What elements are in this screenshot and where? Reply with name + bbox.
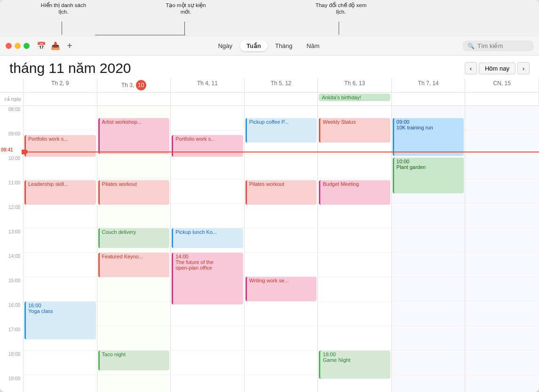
current-time-line-0 xyxy=(24,152,97,152)
event-featured-keynote[interactable]: Featured Keyno... xyxy=(98,253,170,277)
annotation-2: Tạo một sự kiện mới. xyxy=(160,2,212,15)
day-header-4: Th 6, 13 xyxy=(318,78,392,92)
current-time-label: 09:41 xyxy=(1,147,13,152)
time-label-13: 13:00 xyxy=(0,228,24,253)
allday-event-birthday[interactable]: Ankita's birthday! xyxy=(319,94,390,101)
event-artist-workshop[interactable]: Artist workshop... xyxy=(98,118,170,154)
day-col-6[interactable] xyxy=(465,106,539,392)
toolbar: 📅 📥 + Ngày Tuần Tháng Năm 🔍 xyxy=(0,37,539,56)
nav-controls: ‹ Hôm nay › xyxy=(465,62,530,74)
event-future-office[interactable]: 14:00The future of theopen-plan office xyxy=(172,253,243,304)
prev-button[interactable]: ‹ xyxy=(465,62,477,74)
allday-row: cả ngày Ankita's birthday! xyxy=(0,93,539,106)
maximize-button[interactable] xyxy=(24,43,30,49)
day-col-5[interactable]: 09:0010K training run 10:00Plant garden xyxy=(392,106,466,392)
time-label-14: 14:00 xyxy=(0,253,24,277)
event-pilates-thu[interactable]: Pilates workout xyxy=(246,180,317,205)
ann-line-3 xyxy=(339,22,339,35)
day-headers: Th 2, 9 Th 3, 10 Th 4, 11 Th 5, 12 Th 6,… xyxy=(0,78,539,93)
time-grid-container[interactable]: 08:00 09:00 10:00 11:00 12:00 13:00 14:0… xyxy=(0,106,539,392)
search-box[interactable]: 🔍 xyxy=(463,40,533,51)
add-event-button[interactable]: + xyxy=(64,41,75,51)
event-game-night[interactable]: 18:00Game Night xyxy=(319,351,390,379)
view-day[interactable]: Ngày xyxy=(212,40,239,51)
time-label-8: 08:00 xyxy=(0,106,24,130)
allday-label: cả ngày xyxy=(0,93,24,105)
month-header: tháng 11 năm 2020 ‹ Hôm nay › xyxy=(0,56,539,78)
event-couch-delivery[interactable]: Couch delivery xyxy=(98,228,170,248)
day-col-2[interactable]: Portfolio work s... Pickup lunch Ko... 1… xyxy=(171,106,245,392)
view-year[interactable]: Năm xyxy=(300,40,326,51)
time-label-11: 11:00 xyxy=(0,179,24,204)
event-10k-run[interactable]: 09:0010K training run xyxy=(393,118,464,156)
traffic-lights xyxy=(6,43,30,49)
view-week[interactable]: Tuần xyxy=(240,40,268,51)
time-label-19: 19:00 xyxy=(0,375,24,392)
allday-cell-4: Ankita's birthday! xyxy=(318,93,392,105)
event-portfolio-mon[interactable]: Portfolio work s... xyxy=(24,135,96,157)
time-label-15: 15:00 xyxy=(0,277,24,302)
allday-cell-3 xyxy=(245,93,318,105)
allday-cell-0 xyxy=(24,93,97,105)
search-icon: 🔍 xyxy=(468,43,475,49)
day-col-1[interactable]: Artist workshop... Pilates workout Couch… xyxy=(97,106,171,392)
time-label-18: 18:00 xyxy=(0,351,24,375)
close-button[interactable] xyxy=(6,43,12,49)
event-plant-garden[interactable]: 10:00Plant garden xyxy=(393,158,464,193)
event-pickup-lunch[interactable]: Pickup lunch Ko... xyxy=(172,228,243,248)
ann-line-1 xyxy=(62,22,62,35)
time-label-10: 10:00 xyxy=(0,155,24,179)
event-budget-meeting[interactable]: Budget Meeting xyxy=(319,180,390,205)
day-header-1: Th 3, 10 xyxy=(97,78,171,92)
allday-cell-2 xyxy=(171,93,245,105)
event-yoga[interactable]: 16:00Yoga class xyxy=(24,302,96,339)
event-pickup-coffee[interactable]: Pickup coffee P... xyxy=(246,118,317,143)
annotation-1: Hiển thị danh sách lịch. xyxy=(38,2,89,15)
annotation-3: Thay đổi chế độ xem lịch. xyxy=(310,2,372,15)
month-title: tháng 11 năm 2020 xyxy=(9,60,131,76)
view-month[interactable]: Tháng xyxy=(269,40,299,51)
event-pilates-tue[interactable]: Pilates workout xyxy=(98,180,170,205)
event-taco-night[interactable]: Taco night xyxy=(98,351,170,370)
view-switcher: Ngày Tuần Tháng Năm xyxy=(79,40,459,51)
day-col-4[interactable]: Weekly Status Budget Meeting 18:00Game N… xyxy=(318,106,392,392)
time-label-12: 12:00 xyxy=(0,204,24,228)
calendar-icon[interactable]: 📅 xyxy=(36,41,47,51)
day-header-5: Th 7, 14 xyxy=(392,78,466,92)
search-input[interactable] xyxy=(477,42,524,49)
event-leadership[interactable]: Leadership skill... xyxy=(24,180,96,205)
day-col-3[interactable]: Pickup coffee P... Pilates workout Writi… xyxy=(245,106,318,392)
calendar: Th 2, 9 Th 3, 10 Th 4, 11 Th 5, 12 Th 6,… xyxy=(0,78,539,392)
ann-line-2h xyxy=(95,35,185,35)
day-col-0[interactable]: Portfolio work s... Leadership skill... … xyxy=(24,106,97,392)
time-label-17: 17:00 xyxy=(0,326,24,351)
allday-cell-5 xyxy=(392,93,466,105)
day-header-0: Th 2, 9 xyxy=(24,78,97,92)
inbox-icon[interactable]: 📥 xyxy=(50,41,61,51)
minimize-button[interactable] xyxy=(15,43,21,49)
today-button[interactable]: Hôm nay xyxy=(479,63,515,74)
day-header-2: Th 4, 11 xyxy=(171,78,245,92)
event-writing-work[interactable]: Writing work se... xyxy=(246,277,317,301)
next-button[interactable]: › xyxy=(517,62,530,74)
time-label-16: 16:00 xyxy=(0,302,24,326)
allday-cell-1 xyxy=(97,93,171,105)
event-portfolio-wed[interactable]: Portfolio work s... xyxy=(172,135,243,157)
day-header-3: Th 5, 12 xyxy=(245,78,318,92)
event-weekly-status[interactable]: Weekly Status xyxy=(319,118,390,143)
day-header-6: CN, 15 xyxy=(465,78,539,92)
ann-line-2 xyxy=(184,22,185,35)
allday-cell-6 xyxy=(465,93,539,105)
